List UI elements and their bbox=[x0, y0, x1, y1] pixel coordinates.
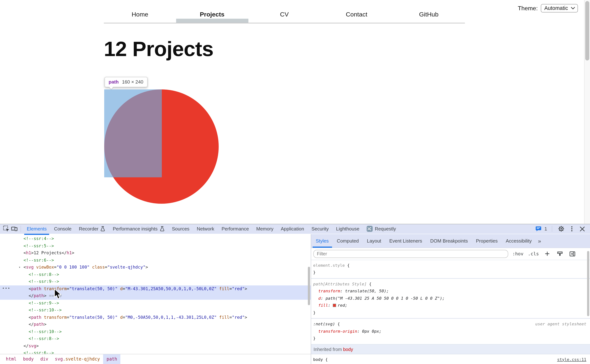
tab-label: Application bbox=[281, 226, 304, 232]
dom-tree-line[interactable]: <path transform="translate(50, 50)" d="M… bbox=[0, 314, 311, 321]
rule-selector[interactable]: body { bbox=[313, 356, 590, 363]
styles-subtab-dom-breakpoints[interactable]: DOM Breakpoints bbox=[426, 234, 472, 247]
css-property-transform[interactable]: transform: translate(50, 50); bbox=[313, 288, 590, 295]
inspect-tooltip-tag: path bbox=[109, 79, 119, 85]
message-icon[interactable] bbox=[535, 225, 543, 233]
nav-item-label: GitHub bbox=[419, 11, 438, 18]
devtools-tab-recorder[interactable]: Recorder bbox=[75, 224, 109, 234]
style-rules: element.style {}path[Attributes Style] {… bbox=[311, 260, 590, 364]
expand-arrow-icon[interactable]: ▾ bbox=[19, 264, 20, 271]
browser-page: HomeProjectsCVContactGitHub Theme: Autom… bbox=[0, 0, 590, 224]
plus-icon[interactable] bbox=[543, 250, 551, 258]
rule-selector[interactable]: path[Attributes Style] { bbox=[313, 280, 590, 288]
dom-tree-line[interactable]: <!--ssr:9--> bbox=[0, 299, 311, 307]
rule-selector[interactable]: element.style { bbox=[313, 262, 590, 269]
devtools-tab-requestly[interactable]: Requestly bbox=[363, 224, 400, 234]
dom-tree-line[interactable]: <!--ssr:9--> bbox=[0, 278, 311, 285]
stylesheet-origin: user agent stylesheet bbox=[535, 321, 586, 328]
color-swatch[interactable] bbox=[333, 304, 336, 307]
dom-tree-line[interactable]: <!--ssr:8--> bbox=[0, 335, 311, 342]
pie-chart bbox=[104, 89, 222, 207]
devtools-tab-performance[interactable]: Performance bbox=[218, 224, 253, 234]
tab-label: Recorder bbox=[79, 226, 99, 232]
breadcrumb: htmlbodydivsvg.svelte-qjhdcypath bbox=[0, 354, 311, 364]
dom-tree-line[interactable]: <!--ssr:8--> bbox=[0, 271, 311, 278]
devtools-tab-performance-insights[interactable]: Performance insights bbox=[109, 224, 168, 234]
css-property-d[interactable]: d: path("M -43.301 25 A 50 50 0 0 1 0 -5… bbox=[313, 295, 590, 302]
nav-item-github[interactable]: GitHub bbox=[393, 0, 465, 23]
devtools-tab-lighthouse[interactable]: Lighthouse bbox=[332, 224, 363, 234]
devtools-tab-sources[interactable]: Sources bbox=[168, 224, 193, 234]
more-tabs-icon[interactable]: » bbox=[536, 238, 543, 244]
dom-tree-line[interactable]: <!--ssr:6--> bbox=[0, 350, 311, 354]
devtools-tab-memory[interactable]: Memory bbox=[253, 224, 277, 234]
styles-subtab-properties[interactable]: Properties bbox=[472, 234, 502, 247]
styles-subtab-layout[interactable]: Layout bbox=[363, 234, 385, 247]
theme-select-value: Automatic bbox=[544, 5, 568, 11]
tab-label: Requestly bbox=[375, 226, 396, 232]
flask-icon bbox=[100, 226, 106, 232]
styles-subtab-styles[interactable]: Styles bbox=[312, 234, 333, 247]
styles-subtab-event-listeners[interactable]: Event Listeners bbox=[385, 234, 426, 247]
tab-label: Console bbox=[54, 226, 71, 232]
devtools-tab-network[interactable]: Network bbox=[193, 224, 218, 234]
nav-item-projects[interactable]: Projects bbox=[176, 0, 248, 23]
styles-subtab-computed[interactable]: Computed bbox=[333, 234, 363, 247]
inherited-from-header: Inherited from body bbox=[311, 344, 590, 354]
brush-icon[interactable] bbox=[556, 250, 564, 258]
devtools-tab-application[interactable]: Application bbox=[277, 224, 308, 234]
page-scrollbar[interactable] bbox=[584, 0, 590, 224]
nav-item-home[interactable]: Home bbox=[104, 0, 176, 23]
breadcrumb-item-html[interactable]: html bbox=[3, 354, 20, 364]
more-actions-icon[interactable]: ••• bbox=[2, 285, 10, 292]
breadcrumb-item-svg[interactable]: svg.svelte-qjhdcy bbox=[52, 354, 103, 364]
dom-tree-line[interactable]: </path> bbox=[0, 321, 311, 328]
element-classes-toggle[interactable]: .cls bbox=[528, 251, 539, 256]
dom-tree-line[interactable]: <h1>12 Projects</h1> bbox=[0, 249, 311, 257]
theme-select[interactable]: Automatic bbox=[541, 4, 578, 13]
dom-tree-line[interactable]: </svg> bbox=[0, 342, 311, 350]
dom-tree-line[interactable]: <!--ssr:5--> bbox=[0, 242, 311, 249]
devtools-tab-console[interactable]: Console bbox=[50, 224, 75, 234]
styles-filter-input[interactable] bbox=[313, 250, 508, 258]
dom-tree-line[interactable]: <!--ssr:10--> bbox=[0, 307, 311, 314]
css-property-transform-origin[interactable]: transform-origin: 0px 0px; bbox=[313, 328, 590, 335]
nav-item-cv[interactable]: CV bbox=[248, 0, 321, 23]
css-property-font[interactable]: ▶ font: 100% / 1.5 system-ui; bbox=[313, 363, 590, 364]
rule-close-brace: } bbox=[313, 269, 590, 276]
more-vertical-icon[interactable] bbox=[568, 225, 576, 233]
elements-scrollbar-thumb[interactable] bbox=[308, 267, 310, 305]
nav-item-contact[interactable]: Contact bbox=[321, 0, 393, 23]
devtools-tab-elements[interactable]: Elements bbox=[23, 224, 50, 234]
gear-icon[interactable] bbox=[557, 225, 565, 233]
message-count[interactable]: 1 bbox=[544, 226, 547, 232]
styles-scrollbar-thumb[interactable] bbox=[587, 251, 589, 316]
breadcrumb-item-div[interactable]: div bbox=[37, 354, 52, 364]
breadcrumb-item-body[interactable]: body bbox=[20, 354, 37, 364]
styles-filter-row: :hov .cls bbox=[311, 248, 590, 260]
breadcrumb-item-path[interactable]: path bbox=[103, 354, 121, 364]
disclosure-triangle-icon[interactable]: ▶ bbox=[318, 363, 322, 364]
styles-subtabs: StylesComputedLayoutEvent ListenersDOM B… bbox=[311, 234, 590, 248]
pseudo-state-toggle[interactable]: :hov bbox=[512, 251, 523, 256]
device-toolbar-icon[interactable] bbox=[10, 225, 18, 233]
nav-item-label: Contact bbox=[346, 11, 367, 18]
dom-tree-line[interactable]: •••<path transform="translate(50, 50)" d… bbox=[0, 285, 311, 292]
close-icon[interactable] bbox=[578, 225, 586, 233]
page-scrollbar-thumb[interactable] bbox=[585, 1, 589, 60]
dom-tree-line[interactable]: ▾<svg viewBox="0 0 100 100" class="svelt… bbox=[0, 264, 311, 271]
inspect-tooltip: path 160 × 240 bbox=[105, 77, 147, 87]
stylesheet-link[interactable]: style.css:11 bbox=[557, 356, 586, 363]
dom-tree-line[interactable]: <!--ssr:4--> bbox=[0, 235, 311, 242]
inspect-icon[interactable] bbox=[2, 225, 10, 233]
dom-tree-line[interactable]: </path> == $0 bbox=[0, 292, 311, 299]
devtools-tab-security[interactable]: Security bbox=[308, 224, 332, 234]
inherited-from-link[interactable]: body bbox=[343, 347, 353, 352]
css-property-fill[interactable]: fill: red; bbox=[313, 302, 590, 309]
inspect-tooltip-dimensions: 160 × 240 bbox=[122, 79, 143, 85]
toolbar-divider bbox=[552, 226, 552, 232]
dom-tree-line[interactable]: <!--ssr:6--> bbox=[0, 257, 311, 264]
dom-tree-line[interactable]: <!--ssr:10--> bbox=[0, 328, 311, 335]
styles-subtab-accessibility[interactable]: Accessibility bbox=[502, 234, 536, 247]
sidebar-toggle-icon[interactable] bbox=[568, 250, 576, 258]
